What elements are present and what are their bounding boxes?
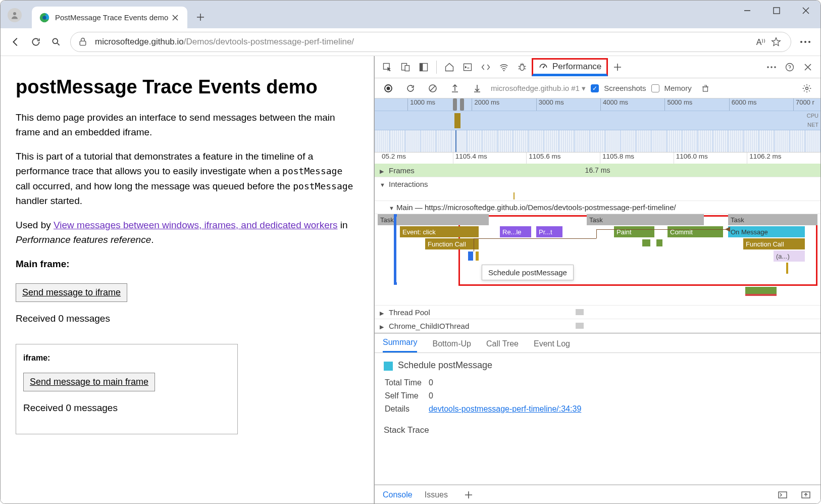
inspect-icon[interactable]	[379, 59, 396, 76]
clear-button[interactable]	[424, 80, 441, 97]
send-to-iframe-button[interactable]: Send message to iframe	[16, 283, 127, 302]
anon-bar[interactable]: (a...)	[774, 250, 805, 262]
sources-icon[interactable]	[477, 59, 494, 76]
new-tab-button[interactable]	[190, 7, 211, 27]
dock-icon[interactable]	[415, 59, 432, 76]
page-content: postMessage Trace Events demo This demo …	[1, 56, 374, 504]
page-desc: This is part of a tutorial that demonstr…	[16, 149, 358, 209]
debugger-icon[interactable]	[514, 59, 531, 76]
read-aloud-button[interactable]: A⁾⁾	[753, 32, 768, 52]
url-input[interactable]: microsoftedge.github.io/Demos/devtools-p…	[70, 32, 791, 52]
prepaint-bar[interactable]: Pr...t	[536, 226, 562, 237]
context-selector[interactable]: microsoftedge.github.io #1 ▾	[491, 84, 586, 93]
devtools-tabs: Performance	[375, 56, 820, 78]
interactions-track[interactable]: Interactions	[375, 177, 820, 201]
expand-icon[interactable]	[380, 322, 384, 330]
browser-tab[interactable]: PostMessage Trace Events demo	[32, 7, 187, 28]
performance-tab[interactable]: Performance	[532, 58, 608, 76]
more-button[interactable]	[795, 32, 815, 52]
paint-bar[interactable]: Paint	[614, 226, 654, 237]
gc-button[interactable]	[697, 80, 714, 97]
close-devtools-button[interactable]	[799, 59, 816, 76]
console-icon[interactable]	[459, 59, 476, 76]
page-title: postMessage Trace Events demo	[16, 76, 358, 98]
overview-ruler: 1000 ms 2000 ms 3000 ms 4000 ms 5000 ms …	[375, 98, 820, 111]
svg-point-2	[42, 16, 46, 19]
function-call-bar[interactable]: Function Call	[425, 238, 479, 249]
device-toggle-icon[interactable]	[397, 59, 414, 76]
task-bar[interactable]: Task	[728, 214, 817, 225]
on-message-bar[interactable]: On Message	[728, 226, 805, 237]
favorite-button[interactable]	[768, 32, 784, 52]
reload-record-button[interactable]	[402, 80, 419, 97]
minimize-button[interactable]	[733, 1, 762, 21]
received-main-text: Received 0 messages	[16, 311, 358, 326]
profile-avatar[interactable]	[8, 8, 22, 22]
tab-close-button[interactable]	[168, 11, 182, 25]
back-button[interactable]	[6, 32, 26, 52]
close-window-button[interactable]	[791, 1, 820, 21]
timeline-ruler: 05.2 ms 1105.4 ms 1105.6 ms 1105.8 ms 11…	[375, 153, 820, 164]
iframe-label: iframe:	[23, 354, 230, 363]
expand-icon[interactable]	[380, 166, 384, 175]
svg-rect-13	[420, 63, 423, 71]
refresh-button[interactable]	[26, 32, 46, 52]
console-tab[interactable]: Console	[383, 490, 413, 499]
drawer-errors-icon[interactable]	[774, 486, 791, 503]
upload-button[interactable]	[446, 80, 464, 97]
task-bar[interactable]: Task	[587, 214, 704, 225]
download-button[interactable]	[469, 80, 486, 97]
screenshots-checkbox[interactable]	[591, 84, 599, 92]
expand-icon[interactable]	[380, 308, 384, 317]
drawer-expand-icon[interactable]	[797, 486, 814, 503]
more-tabs-button[interactable]	[609, 59, 626, 76]
svg-point-26	[806, 87, 808, 89]
color-swatch	[384, 362, 393, 371]
issues-tab[interactable]: Issues	[425, 490, 448, 499]
svg-point-20	[774, 66, 776, 68]
memory-checkbox[interactable]	[651, 84, 659, 92]
details-link[interactable]: devtools-postmessage-perf-timeline/:34:3…	[429, 405, 581, 413]
commit-bar[interactable]: Commit	[668, 226, 723, 237]
event-log-tab[interactable]: Event Log	[534, 339, 570, 352]
call-tree-tab[interactable]: Call Tree	[486, 339, 519, 352]
more-tools-button[interactable]	[763, 59, 780, 76]
summary-tab[interactable]: Summary	[383, 338, 417, 352]
detail-tabs: Summary Bottom-Up Call Tree Event Log	[375, 333, 820, 353]
performance-icon	[538, 62, 548, 72]
flame-chart[interactable]: Task Task Task Event: click Re...le Pr..…	[375, 214, 820, 305]
child-io-track[interactable]: Chrome_ChildIOThread	[375, 319, 820, 333]
svg-point-16	[520, 65, 524, 71]
lock-icon	[78, 37, 88, 47]
devtools-panel: Performance microsoftedge.github.io #1 ▾…	[374, 56, 820, 504]
svg-rect-14	[464, 64, 472, 70]
svg-point-6	[800, 41, 802, 43]
thread-pool-track[interactable]: Thread Pool	[375, 306, 820, 319]
tooltip: Schedule postMessage	[482, 265, 574, 280]
overview-screenshots: NET	[375, 130, 820, 152]
page-intro: This demo page provides an interface to …	[16, 110, 358, 140]
collapse-icon[interactable]	[389, 203, 394, 212]
help-button[interactable]	[781, 59, 798, 76]
recalc-bar[interactable]: Re...le	[500, 226, 531, 237]
maximize-button[interactable]	[762, 1, 791, 21]
function-call-bar[interactable]: Function Call	[743, 238, 805, 249]
overview-pane[interactable]: 1000 ms 2000 ms 3000 ms 4000 ms 5000 ms …	[375, 98, 820, 153]
welcome-icon[interactable]	[441, 59, 458, 76]
send-to-main-button[interactable]: Send message to main frame	[23, 373, 155, 391]
add-drawer-tab[interactable]	[460, 486, 477, 503]
docs-link[interactable]: View messages between windows, iframes, …	[54, 220, 338, 230]
svg-rect-5	[80, 41, 86, 45]
svg-point-19	[771, 66, 773, 68]
search-button[interactable]	[46, 32, 66, 52]
settings-button[interactable]	[798, 80, 815, 97]
main-track[interactable]: Main — https://microsoftedge.github.io/D…	[375, 201, 820, 306]
record-button[interactable]	[380, 80, 397, 97]
content-area: postMessage Trace Events demo This demo …	[1, 56, 820, 504]
network-icon[interactable]	[495, 59, 512, 76]
collapse-icon[interactable]	[380, 180, 385, 188]
frames-track[interactable]: Frames16.7 ms	[375, 164, 820, 177]
page-usedby: Used by View messages between windows, i…	[16, 218, 358, 247]
event-click-bar[interactable]: Event: click	[400, 226, 479, 237]
bottom-up-tab[interactable]: Bottom-Up	[432, 339, 471, 352]
